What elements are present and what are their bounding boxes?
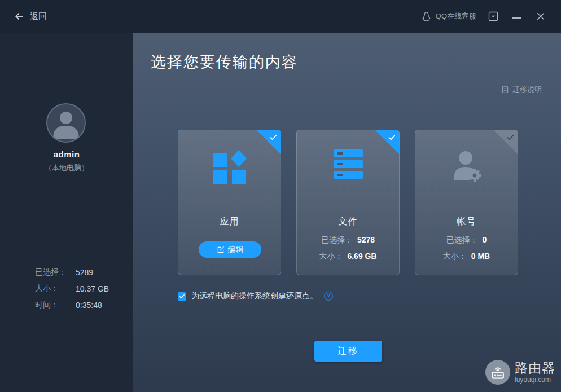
check-icon	[388, 133, 396, 142]
summary-time-row: 时间： 0:35:48	[35, 297, 109, 313]
title-bar: 返回 QQ在线客服	[0, 0, 561, 33]
check-icon	[506, 133, 515, 142]
content-panel: 选择您要传输的内容 迁移说明	[133, 33, 561, 392]
files-selected-row: 已选择： 5278	[297, 235, 399, 245]
edit-icon	[217, 246, 225, 254]
back-button[interactable]: 返回	[14, 11, 47, 22]
user-silhouette-icon	[47, 104, 85, 142]
app-window: 返回 QQ在线客服	[0, 0, 561, 392]
accounts-selected-label: 已选择：	[446, 235, 478, 245]
files-size-row: 大小： 6.69 GB	[297, 252, 399, 262]
card-files-label: 文件	[297, 216, 399, 228]
close-icon	[536, 11, 546, 21]
apps-grid-icon	[178, 148, 280, 186]
transfer-category-cards: 应用 编辑	[178, 130, 518, 275]
summary-size-label: 大小：	[35, 284, 70, 294]
watermark-domain: luyouqi.com	[515, 376, 555, 383]
edit-apps-button[interactable]: 编辑	[199, 241, 261, 258]
back-label: 返回	[30, 11, 47, 22]
migrate-button[interactable]: 迁移	[314, 341, 382, 362]
files-size-value: 6.69 GB	[347, 252, 376, 262]
summary-selected-row: 已选择： 5289	[35, 264, 109, 280]
summary-size-value: 10.37 GB	[76, 284, 109, 293]
arrow-left-icon	[14, 11, 25, 22]
qq-online-service-button[interactable]: QQ在线客服	[421, 11, 476, 22]
summary-size-row: 大小： 10.37 GB	[35, 280, 109, 297]
restore-point-checkbox[interactable]	[178, 292, 186, 301]
files-selected-value: 5278	[357, 235, 375, 245]
accounts-size-label: 大小：	[443, 252, 467, 262]
restore-point-label: 为远程电脑的操作系统创建还原点。	[191, 291, 318, 301]
drive-stack-icon	[297, 148, 399, 182]
qq-penguin-icon	[421, 11, 432, 22]
files-selected-label: 已选择：	[321, 235, 353, 245]
summary-selected-value: 5289	[76, 268, 93, 277]
accounts-selected-value: 0	[483, 235, 487, 245]
minimize-button[interactable]	[510, 10, 524, 23]
user-gear-icon	[415, 148, 518, 186]
watermark-title: 路由器	[515, 362, 555, 375]
watermark: 路由器 luyouqi.com	[485, 360, 555, 385]
local-pc-sidebar: admin （本地电脑） 已选择： 5289 大小： 10.37 GB 时间： …	[0, 33, 133, 392]
restore-point-row: 为远程电脑的操作系统创建还原点。 ?	[178, 291, 333, 301]
card-apps[interactable]: 应用 编辑	[178, 130, 281, 275]
card-accounts[interactable]: 帐号 已选择： 0 大小： 0 MB	[415, 130, 518, 275]
check-icon	[269, 133, 278, 142]
accounts-selected-row: 已选择： 0	[415, 235, 518, 245]
username: admin	[0, 149, 133, 159]
summary-time-label: 时间：	[35, 300, 70, 310]
minimize-icon	[512, 17, 521, 19]
qq-online-service-label: QQ在线客服	[436, 11, 476, 21]
window-dropdown-button[interactable]	[487, 10, 500, 23]
chevron-down-box-icon	[488, 11, 499, 22]
document-icon	[501, 86, 509, 94]
migration-guide-link[interactable]: 迁移说明	[501, 85, 542, 95]
migration-guide-label: 迁移说明	[512, 85, 542, 95]
card-apps-label: 应用	[178, 216, 280, 228]
computer-type-label: （本地电脑）	[0, 163, 133, 173]
page-title: 选择您要传输的内容	[151, 52, 298, 72]
avatar	[46, 103, 86, 143]
transfer-summary: 已选择： 5289 大小： 10.37 GB 时间： 0:35:48	[35, 264, 109, 313]
help-icon[interactable]: ?	[324, 292, 333, 301]
edit-apps-label: 编辑	[228, 245, 244, 255]
card-files[interactable]: 文件 已选择： 5278 大小： 6.69 GB	[296, 130, 400, 275]
card-accounts-label: 帐号	[415, 216, 518, 228]
summary-selected-label: 已选择：	[35, 267, 70, 278]
summary-time-value: 0:35:48	[76, 301, 102, 310]
accounts-size-row: 大小： 0 MB	[415, 252, 518, 262]
files-size-label: 大小：	[319, 252, 343, 262]
router-icon	[485, 360, 510, 385]
close-button[interactable]	[534, 10, 547, 23]
check-icon	[179, 293, 185, 299]
accounts-size-value: 0 MB	[471, 252, 490, 262]
